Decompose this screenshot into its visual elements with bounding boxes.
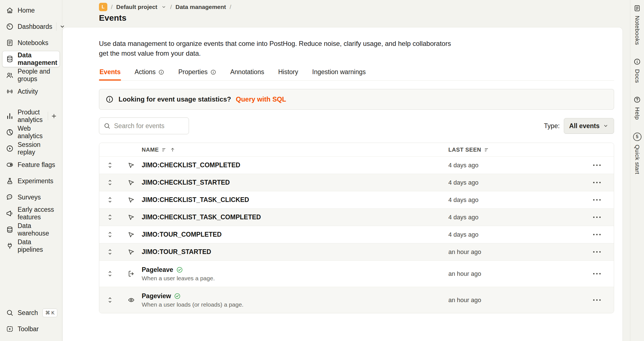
tab-actions[interactable]: Actions [134,65,165,80]
more-actions-button[interactable] [590,248,604,256]
column-header-last-seen[interactable]: LAST SEEN [448,147,580,153]
rail-item-notebooks[interactable]: Notebooks [633,4,641,45]
sidebar-item-toolbar[interactable]: Toolbar [2,321,60,337]
sidebar-item-people-and-groups[interactable]: People and groups [2,67,60,83]
sidebar-item-data-warehouse[interactable]: Data warehouse [2,222,60,238]
event-type-dropdown[interactable]: All events [564,118,614,134]
sidebar-item-feature-flags[interactable]: Feature flags [2,157,60,173]
updown-arrows-icon[interactable] [106,270,114,277]
cursor-icon [127,196,135,204]
search-shortcut-badge: ⌘ K [42,309,57,317]
sidebar-item-label: Search [18,309,38,317]
event-name-link[interactable]: JIMO:CHECKLIST_TASK_CLICKED [142,196,249,204]
sidebar-item-search[interactable]: Search ⌘ K [2,305,60,321]
event-name-link[interactable]: Pageleave [142,266,173,274]
breadcrumb-project[interactable]: Default project [116,4,157,10]
updown-arrows-icon[interactable] [106,248,114,256]
event-name-link[interactable]: JIMO:CHECKLIST_TASK_COMPLETED [142,213,261,221]
event-name-link[interactable]: Pageview [142,292,171,300]
rail-label: Quick start [634,145,641,174]
sidebar-item-product-analytics[interactable]: Product analytics [2,108,60,124]
tab-history[interactable]: History [278,65,299,80]
sidebar-item-label: Activity [18,88,38,95]
last-seen-value: an hour ago [448,248,580,256]
database-icon [6,55,14,63]
project-avatar[interactable]: L [99,3,107,11]
sidebar-item-label: Dashboards [18,23,52,30]
sidebar-item-label: Feature flags [18,161,55,169]
rail-label: Help [634,107,641,120]
cursor-icon [127,179,135,186]
verified-badge-icon [174,293,181,300]
sidebar-item-dashboards[interactable]: Dashboards [2,18,60,35]
search-input[interactable] [114,122,184,130]
new-insight-button[interactable] [48,112,57,120]
sidebar-item-notebooks[interactable]: Notebooks [2,35,60,51]
tab-annotations[interactable]: Annotations [230,65,265,80]
updown-arrows-icon[interactable] [106,196,114,204]
rail-item-quick-start[interactable]: 5 Quick start [633,133,641,174]
last-seen-value: 4 days ago [448,162,580,169]
tab-properties[interactable]: Properties [178,65,217,80]
eye-icon [127,296,135,304]
top-bar: L / Default project / Data management / … [62,0,630,27]
table-row: JIMO:CHECKLIST_TASK_CLICKED 4 days ago [99,191,614,208]
breadcrumb-section[interactable]: Data management [176,4,226,10]
sidebar-item-web-analytics[interactable]: Web analytics [2,124,60,140]
updown-arrows-icon[interactable] [106,231,114,238]
sidebar-item-home[interactable]: Home [2,2,60,18]
info-icon [210,69,216,75]
sidebar-item-session-replay[interactable]: Session replay [2,140,60,157]
tab-bar: Events Actions Properties Annotations Hi… [99,65,614,81]
event-name-link[interactable]: JIMO:TOUR_STARTED [142,248,211,256]
sidebar-section-divider [2,100,60,108]
event-description: When a user leaves a page. [142,275,442,282]
logout-icon [127,270,135,277]
updown-arrows-icon[interactable] [106,179,114,186]
event-name-link[interactable]: JIMO:TOUR_COMPLETED [142,231,222,238]
more-actions-button[interactable] [590,178,604,187]
breadcrumb-separator: / [230,4,231,10]
last-seen-value: 4 days ago [448,179,580,186]
more-actions-button[interactable] [590,213,604,221]
column-header-name[interactable]: NAME [142,147,448,153]
table-row: JIMO:TOUR_STARTED an hour ago [99,243,614,260]
breadcrumb-separator: / [111,4,113,10]
cursor-icon [127,231,135,238]
sidebar: Home Dashboards Notebooks Data managemen… [0,0,62,341]
event-name-link[interactable]: JIMO:CHECKLIST_STARTED [142,179,230,186]
more-actions-button[interactable] [590,270,604,278]
query-with-sql-link[interactable]: Query with SQL [236,95,286,103]
sidebar-item-label: Early access features [18,206,57,221]
more-actions-button[interactable] [590,231,604,239]
updown-arrows-icon[interactable] [106,161,114,169]
sidebar-item-early-access-features[interactable]: Early access features [2,205,60,222]
sidebar-item-experiments[interactable]: Experiments [2,173,60,189]
tab-events[interactable]: Events [99,65,121,80]
info-icon [633,58,641,65]
page-title: Events [99,13,630,23]
more-actions-button[interactable] [590,296,604,304]
event-name-link[interactable]: JIMO:CHECKLIST_COMPLETED [142,161,240,169]
last-seen-value: an hour ago [448,270,580,277]
tab-label: Events [100,68,120,76]
more-actions-button[interactable] [590,161,604,169]
chevron-down-icon [603,123,609,129]
rail-item-help[interactable]: Help [633,96,641,120]
last-seen-value: 4 days ago [448,231,580,238]
sidebar-item-data-management[interactable]: Data management [2,51,60,67]
tab-label: Ingestion warnings [312,68,366,76]
sidebar-item-data-pipelines[interactable]: Data pipelines [2,238,60,254]
sidebar-item-activity[interactable]: Activity [2,83,60,100]
table-row: JIMO:CHECKLIST_STARTED 4 days ago [99,174,614,191]
search-icon [103,122,111,130]
updown-arrows-icon[interactable] [106,213,114,221]
toolbar-icon [6,325,14,333]
updown-arrows-icon[interactable] [106,296,114,304]
sidebar-item-surveys[interactable]: Surveys [2,189,60,205]
tab-ingestion-warnings[interactable]: Ingestion warnings [312,65,366,80]
chevron-down-icon[interactable] [161,4,167,10]
more-actions-button[interactable] [590,196,604,204]
rail-item-docs[interactable]: Docs [633,58,641,83]
cursor-icon [127,161,135,169]
